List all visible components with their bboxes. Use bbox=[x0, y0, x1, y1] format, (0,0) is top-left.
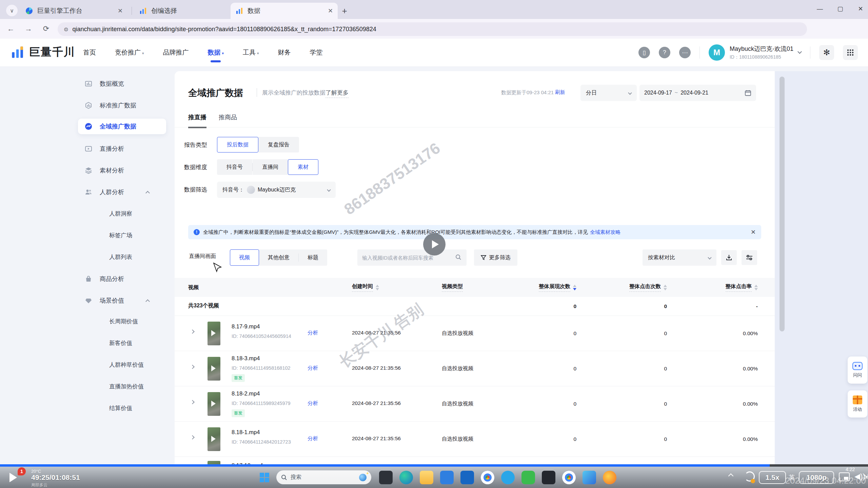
col-ctr[interactable]: 整体点击率 bbox=[693, 278, 758, 297]
banner-close-icon[interactable]: ✕ bbox=[751, 228, 756, 236]
granularity-select[interactable]: 分日 bbox=[580, 85, 637, 101]
activity-widget[interactable]: 活动 bbox=[848, 390, 867, 418]
sidebar-subitem-liveheat-value[interactable]: 直播加热价值 bbox=[109, 380, 144, 393]
photos-icon[interactable] bbox=[583, 471, 596, 484]
learn-more-link[interactable]: 了解更多 bbox=[326, 89, 349, 98]
video-thumbnail[interactable] bbox=[208, 427, 220, 451]
analyze-link[interactable]: 分析 bbox=[308, 365, 318, 372]
tab-search-icon[interactable]: ∨ bbox=[6, 5, 18, 16]
outlook-icon[interactable] bbox=[460, 471, 474, 484]
tab-live-promotion[interactable]: 推直播 bbox=[188, 113, 206, 128]
ask-assistant-widget[interactable]: 问问 bbox=[848, 357, 867, 384]
video-thumbnail[interactable] bbox=[208, 357, 220, 381]
expand-chevron-icon[interactable] bbox=[190, 435, 195, 440]
sidebar-item-product-analysis[interactable]: 商品分析 bbox=[78, 271, 166, 287]
new-tab-button[interactable]: + bbox=[339, 5, 350, 16]
download-button[interactable] bbox=[721, 250, 737, 265]
analyze-link[interactable]: 分析 bbox=[308, 329, 318, 337]
window-maximize-button[interactable]: ▢ bbox=[833, 2, 848, 16]
sidebar-item-standard-promo-data[interactable]: 标准推广数据 bbox=[78, 98, 166, 113]
sidebar-subitem-audience-list[interactable]: 人群列表 bbox=[109, 250, 132, 264]
nav-item-academy[interactable]: 学堂 bbox=[310, 48, 323, 57]
col-impressions[interactable]: 整体展现次数 bbox=[510, 278, 576, 297]
sidebar-item-live-analysis[interactable]: 直播分析 bbox=[78, 141, 166, 157]
table-row[interactable]: 8.18-3.mp4 ID: 7406641114958168102 首发 分析… bbox=[175, 351, 775, 386]
expand-chevron-icon[interactable] bbox=[190, 365, 195, 369]
nav-item-brand[interactable]: 品牌推广 bbox=[163, 48, 189, 57]
sort-icons[interactable] bbox=[376, 285, 379, 290]
col-created[interactable]: 创建时间 bbox=[352, 278, 379, 297]
address-bar[interactable]: ⊜ qianchuan.jinritemai.com/data/bidding/… bbox=[58, 22, 807, 36]
tab-close-icon[interactable]: ✕ bbox=[118, 7, 123, 15]
sidebar-subitem-tag-plaza[interactable]: 标签广场 bbox=[109, 228, 132, 242]
refresh-link[interactable]: 刷新 bbox=[555, 89, 565, 96]
telegram-icon[interactable] bbox=[501, 471, 515, 484]
browser-tab-2[interactable]: 创编选择 ✕ bbox=[134, 3, 241, 19]
nav-item-tools[interactable]: 工具▾ bbox=[243, 48, 259, 57]
more-filters-button[interactable]: 更多筛选 bbox=[474, 249, 517, 266]
sidebar-item-material-analysis[interactable]: 素材分析 bbox=[78, 163, 166, 178]
sidebar-item-data-overview[interactable]: 数据概览 bbox=[78, 76, 166, 92]
collapse-chevron-icon[interactable] bbox=[145, 299, 150, 304]
nav-item-data[interactable]: 数据▾ bbox=[208, 48, 224, 57]
nav-item-home[interactable]: 首页 bbox=[83, 48, 96, 57]
report-type-review[interactable]: 复盘报告 bbox=[258, 137, 299, 152]
sidebar-item-scene-value[interactable]: 场景价值 bbox=[78, 293, 166, 308]
dimension-douyin[interactable]: 抖音号 bbox=[217, 159, 252, 175]
logo[interactable]: 巨量千川 bbox=[10, 45, 75, 60]
video-search-input[interactable] bbox=[357, 249, 467, 266]
microsoft-store-icon[interactable] bbox=[440, 471, 454, 484]
grid-apps-icon[interactable] bbox=[843, 45, 858, 60]
table-row[interactable]: 8.17-9.mp4 ID: 7406641052445605914 分析 20… bbox=[175, 316, 775, 351]
report-type-postdata[interactable]: 投后数据 bbox=[217, 137, 258, 152]
col-clicks[interactable]: 整体点击次数 bbox=[602, 278, 667, 297]
sidebar-item-audience-analysis[interactable]: 人群分析 bbox=[78, 184, 166, 200]
video-thumbnail[interactable] bbox=[208, 392, 220, 416]
scrollbar-thumb[interactable] bbox=[780, 77, 785, 331]
taskbar-search[interactable]: 搜索 bbox=[276, 470, 371, 484]
sidebar-subitem-newcustomer-value[interactable]: 新客价值 bbox=[109, 336, 132, 350]
expand-chevron-icon[interactable] bbox=[190, 329, 195, 334]
banner-link[interactable]: 全域素材攻略 bbox=[590, 229, 620, 236]
collapse-chevron-icon[interactable] bbox=[145, 191, 150, 195]
table-row[interactable]: 8.18-2.mp4 ID: 7406641115989245979 首发 分析… bbox=[175, 386, 775, 422]
sidebar-item-global-promo-data[interactable]: 全域推广数据 bbox=[78, 119, 166, 134]
sort-icons[interactable] bbox=[754, 285, 758, 290]
wechat-icon[interactable] bbox=[521, 471, 535, 484]
douyin-account-select[interactable]: 抖音号： Maybuck迈巴克 bbox=[217, 182, 336, 198]
more-icon[interactable]: ⋯ bbox=[679, 47, 691, 58]
browser-tab-1[interactable]: 巨量引擎工作台 ✕ bbox=[20, 3, 127, 19]
windows-start-button[interactable] bbox=[260, 473, 269, 482]
table-row[interactable]: 8.18-1.mp4 ID: 7406641124842012723 分析 20… bbox=[175, 422, 775, 457]
expand-chevron-icon[interactable] bbox=[190, 400, 195, 404]
creative-tab-video[interactable]: 视频 bbox=[230, 249, 259, 266]
browser-tab-active[interactable]: 数据 ✕ bbox=[231, 3, 338, 19]
video-progress-bar[interactable] bbox=[0, 464, 868, 467]
help-icon[interactable]: ? bbox=[659, 47, 670, 58]
sidebar-subitem-settlement-value[interactable]: 结算价值 bbox=[109, 401, 132, 415]
dimension-liveroom[interactable]: 直播间 bbox=[253, 159, 288, 175]
video-thumbnail[interactable] bbox=[208, 322, 220, 345]
analyze-link[interactable]: 分析 bbox=[308, 435, 318, 442]
qq-icon[interactable] bbox=[542, 471, 555, 484]
reload-button[interactable]: ⟳ bbox=[39, 22, 53, 36]
window-minimize-button[interactable]: — bbox=[812, 2, 827, 16]
dimension-material[interactable]: 素材 bbox=[288, 159, 318, 175]
page-scrollbar[interactable] bbox=[780, 77, 785, 465]
player-speed-button[interactable]: 1.5x bbox=[759, 471, 786, 484]
back-button[interactable]: ← bbox=[4, 22, 18, 36]
nav-item-bidding[interactable]: 竞价推广▾ bbox=[115, 48, 144, 57]
tray-expand-chevron-icon[interactable] bbox=[728, 473, 734, 479]
date-range-picker[interactable]: 2024-09-17 ~ 2024-09-21 bbox=[639, 85, 756, 101]
creative-tab-other[interactable]: 其他创意 bbox=[259, 249, 298, 266]
video-player-center-play-button[interactable] bbox=[423, 233, 446, 256]
column-settings-button[interactable] bbox=[742, 250, 757, 265]
site-settings-icon[interactable]: ⊜ bbox=[64, 26, 67, 33]
terminal-app-icon[interactable] bbox=[379, 471, 393, 484]
mobile-app-icon[interactable]: ▯ bbox=[638, 47, 650, 58]
sort-icons[interactable] bbox=[664, 285, 667, 290]
chrome-profile2-icon[interactable] bbox=[562, 471, 576, 484]
window-close-button[interactable]: ✕ bbox=[853, 2, 868, 16]
tab-close-icon[interactable]: ✕ bbox=[328, 7, 333, 15]
sidebar-subitem-seeding-value[interactable]: 人群种草价值 bbox=[109, 358, 144, 371]
